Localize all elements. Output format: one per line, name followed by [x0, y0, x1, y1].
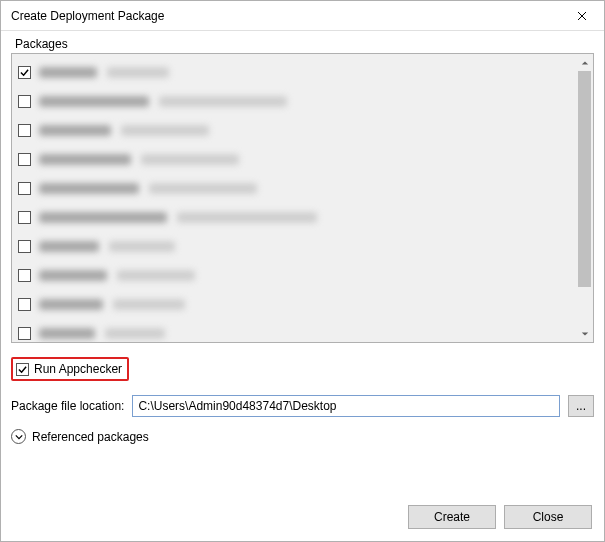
- package-label-redacted: [39, 183, 257, 194]
- titlebar: Create Deployment Package: [1, 1, 604, 31]
- package-row[interactable]: [12, 174, 576, 203]
- package-row[interactable]: [12, 116, 576, 145]
- package-label-redacted: [39, 212, 317, 223]
- package-checkbox[interactable]: [18, 95, 31, 108]
- package-label-redacted: [39, 96, 287, 107]
- scrollbar[interactable]: [576, 54, 593, 342]
- package-label-redacted: [39, 328, 165, 339]
- window-title: Create Deployment Package: [11, 9, 164, 23]
- scroll-track[interactable]: [576, 71, 593, 325]
- packages-list[interactable]: [12, 54, 576, 342]
- dialog-window: Create Deployment Package Packages: [0, 0, 605, 542]
- scroll-down-button[interactable]: [576, 325, 593, 342]
- scroll-up-button[interactable]: [576, 54, 593, 71]
- scroll-thumb[interactable]: [578, 71, 591, 287]
- dialog-content: Packages Run Appchecker Package file loc…: [1, 31, 604, 541]
- window-close-button[interactable]: [559, 1, 604, 31]
- package-row[interactable]: [12, 87, 576, 116]
- button-row: Create Close: [11, 499, 594, 531]
- package-label-redacted: [39, 299, 185, 310]
- packages-label: Packages: [15, 37, 594, 51]
- run-appchecker-row: Run Appchecker: [11, 357, 129, 381]
- packages-listbox: [11, 53, 594, 343]
- expand-toggle[interactable]: [11, 429, 26, 444]
- package-checkbox[interactable]: [18, 240, 31, 253]
- package-checkbox[interactable]: [18, 327, 31, 340]
- package-checkbox[interactable]: [18, 182, 31, 195]
- package-checkbox[interactable]: [18, 66, 31, 79]
- package-checkbox[interactable]: [18, 298, 31, 311]
- create-button-label: Create: [434, 510, 470, 524]
- package-row[interactable]: [12, 58, 576, 87]
- file-location-input[interactable]: [132, 395, 560, 417]
- package-row[interactable]: [12, 145, 576, 174]
- package-label-redacted: [39, 154, 239, 165]
- referenced-packages-label: Referenced packages: [32, 430, 149, 444]
- package-label-redacted: [39, 241, 175, 252]
- browse-button[interactable]: ...: [568, 395, 594, 417]
- package-row[interactable]: [12, 319, 576, 343]
- file-location-row: Package file location: ...: [11, 395, 594, 417]
- package-row[interactable]: [12, 290, 576, 319]
- chevron-down-icon: [581, 330, 589, 338]
- package-row[interactable]: [12, 261, 576, 290]
- package-checkbox[interactable]: [18, 269, 31, 282]
- file-location-label: Package file location:: [11, 399, 124, 413]
- close-icon: [577, 11, 587, 21]
- package-label-redacted: [39, 270, 195, 281]
- package-row[interactable]: [12, 203, 576, 232]
- package-row[interactable]: [12, 232, 576, 261]
- ellipsis-icon: ...: [576, 399, 586, 413]
- create-button[interactable]: Create: [408, 505, 496, 529]
- run-appchecker-checkbox[interactable]: [16, 363, 29, 376]
- package-label-redacted: [39, 67, 169, 78]
- chevron-up-icon: [581, 59, 589, 67]
- close-button-label: Close: [533, 510, 564, 524]
- package-checkbox[interactable]: [18, 153, 31, 166]
- package-checkbox[interactable]: [18, 124, 31, 137]
- spacer: [11, 444, 594, 499]
- package-checkbox[interactable]: [18, 211, 31, 224]
- package-label-redacted: [39, 125, 209, 136]
- close-button[interactable]: Close: [504, 505, 592, 529]
- chevron-down-icon: [15, 433, 23, 441]
- run-appchecker-label: Run Appchecker: [34, 362, 122, 376]
- referenced-packages-row[interactable]: Referenced packages: [11, 429, 594, 444]
